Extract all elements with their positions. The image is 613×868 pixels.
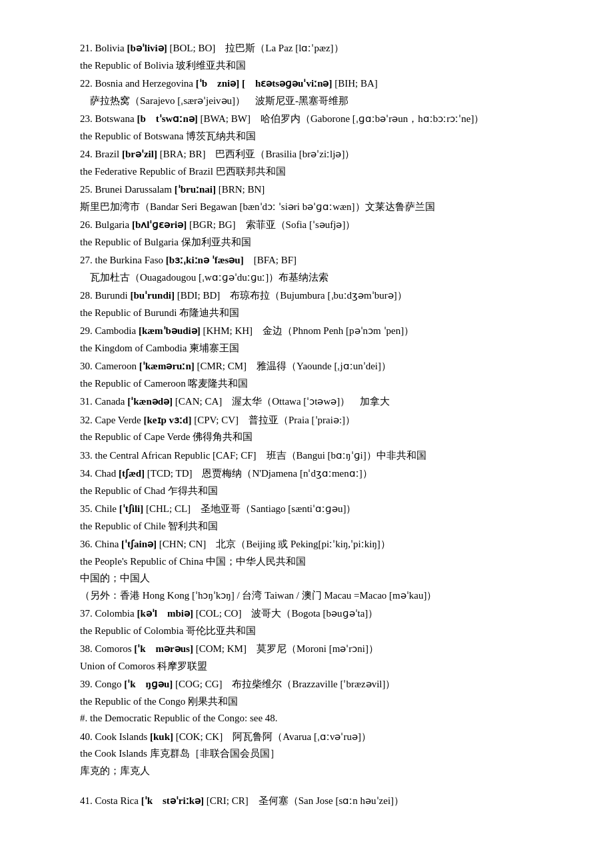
entry-line: #. the Democratic Republic of the Congo:… <box>80 710 560 727</box>
entry-39: 39. Congo [ˈk ŋɡəu] [COG; CG] 布拉柴维尔（Braz… <box>80 676 560 727</box>
entry-24: 24. Brazil [brəˈzil] [BRA; BR] 巴西利亚（Bras… <box>80 146 560 180</box>
entry-line: 35. Chile [ˈtʃili] [CHL; CL] 圣地亚哥（Santia… <box>80 501 560 518</box>
entry-21: 21. Bolivia [bəˈliviə] [BOL; BO] 拉巴斯（La … <box>80 40 560 74</box>
entry-40: 40. Cook Islands [kuk] [COK; CK] 阿瓦鲁阿（Av… <box>80 729 560 780</box>
entry-37: 37. Colombia [kəˈl mbiə] [COL; CO] 波哥大（B… <box>80 605 560 639</box>
entry-line: 30. Cameroon [ˈkæməruːn] [CMR; CM] 雅温得（Y… <box>80 358 560 375</box>
entry-line: 27. the Burkina Faso [bɜːˌkiːnə ˈfæsəu] … <box>80 252 560 269</box>
entry-line: （另外：香港 Hong Kong [ˈhɔŋˈkɔŋ] / 台湾 Taiwan … <box>80 587 560 605</box>
entry-line: 29. Cambodia [kæmˈbəudiə] [KHM; KH] 金边（P… <box>80 323 560 340</box>
entry-line: 33. the Central African Republic [CAF; C… <box>80 447 560 465</box>
entry-23: 23. Botswana [b tˈswɑːnə] [BWA; BW] 哈伯罗内… <box>80 111 560 145</box>
entry-line: 41. Costa Rica [ˈk stəˈriːkə] [CRI; CR] … <box>80 793 560 810</box>
entry-line: 萨拉热窝（Sarajevo [ˌsærəˈjeivəu]） 波斯尼亚-黑塞哥维那 <box>80 93 560 110</box>
entry-25: 25. Brunei Darussalam [ˈbruːnai] [BRN; B… <box>80 181 560 215</box>
entry-line: 25. Brunei Darussalam [ˈbruːnai] [BRN; B… <box>80 181 560 199</box>
entry-line: 40. Cook Islands [kuk] [COK; CK] 阿瓦鲁阿（Av… <box>80 729 560 746</box>
entry-line: the Republic of Cape Verde 佛得角共和国 <box>80 429 560 446</box>
entry-line: 34. Chad [tʃæd] [TCD; TD] 恩贾梅纳（N'Djamena… <box>80 465 560 483</box>
entry-line: 39. Congo [ˈk ŋɡəu] [COG; CG] 布拉柴维尔（Braz… <box>80 676 560 693</box>
entry-line: the Republic of Cameroon 喀麦隆共和国 <box>80 375 560 393</box>
entry-line: 21. Bolivia [bəˈliviə] [BOL; BO] 拉巴斯（La … <box>80 40 560 57</box>
entry-32: 32. Cape Verde [keɪp vɜːd] [CPV; CV] 普拉亚… <box>80 412 560 446</box>
entry-line: the Republic of Bulgaria 保加利亚共和国 <box>80 234 560 251</box>
entry-line: 26. Bulgaria [bʌlˈɡɛəriə] [BGR; BG] 索菲亚（… <box>80 217 560 234</box>
blank-line <box>80 781 560 793</box>
entry-line: 库克的；库克人 <box>80 763 560 780</box>
entry-35: 35. Chile [ˈtʃili] [CHL; CL] 圣地亚哥（Santia… <box>80 501 560 535</box>
entry-30: 30. Cameroon [ˈkæməruːn] [CMR; CM] 雅温得（Y… <box>80 358 560 392</box>
entry-41: 41. Costa Rica [ˈk stəˈriːkə] [CRI; CR] … <box>80 793 560 810</box>
entry-line: the Republic of Colombia 哥伦比亚共和国 <box>80 623 560 640</box>
entry-38: 38. Comoros [ˈk mərəus] [COM; KM] 莫罗尼（Mo… <box>80 641 560 675</box>
entry-line: the Republic of Botswana 博茨瓦纳共和国 <box>80 128 560 145</box>
main-content: 21. Bolivia [bəˈliviə] [BOL; BO] 拉巴斯（La … <box>80 40 560 810</box>
entry-31: 31. Canada [ˈkænədə] [CAN; CA] 渥太华（Ottaw… <box>80 393 560 411</box>
entry-26: 26. Bulgaria [bʌlˈɡɛəriə] [BGR; BG] 索菲亚（… <box>80 217 560 251</box>
entry-line: 28. Burundi [buˈrundi] [BDI; BD] 布琼布拉（Bu… <box>80 287 560 305</box>
entry-line: 23. Botswana [b tˈswɑːnə] [BWA; BW] 哈伯罗内… <box>80 111 560 128</box>
entry-27: 27. the Burkina Faso [bɜːˌkiːnə ˈfæsəu] … <box>80 252 560 286</box>
entry-line: the Kingdom of Cambodia 柬埔寨王国 <box>80 340 560 357</box>
entry-line: 32. Cape Verde [keɪp vɜːd] [CPV; CV] 普拉亚… <box>80 412 560 429</box>
entry-line: 31. Canada [ˈkænədə] [CAN; CA] 渥太华（Ottaw… <box>80 393 560 411</box>
entry-33: 33. the Central African Republic [CAF; C… <box>80 447 560 465</box>
entry-34: 34. Chad [tʃæd] [TCD; TD] 恩贾梅纳（N'Djamena… <box>80 465 560 499</box>
entry-line: Union of Comoros 科摩罗联盟 <box>80 658 560 675</box>
entry-line: 36. China [ˈtʃainə] [CHN; CN] 北京（Beijing… <box>80 536 560 553</box>
entry-22: 22. Bosnia and Herzegovina [ˈb zniə] [ h… <box>80 75 560 109</box>
entry-line: 24. Brazil [brəˈzil] [BRA; BR] 巴西利亚（Bras… <box>80 146 560 163</box>
entry-line: 中国的；中国人 <box>80 570 560 587</box>
entry-line: the Republic of Burundi 布隆迪共和国 <box>80 305 560 322</box>
entry-line: the Republic of the Congo 刚果共和国 <box>80 693 560 711</box>
entry-line: the Republic of Bolivia 玻利维亚共和国 <box>80 57 560 75</box>
entry-line: 38. Comoros [ˈk mərəus] [COM; KM] 莫罗尼（Mo… <box>80 641 560 658</box>
entry-line: the Republic of Chad 乍得共和国 <box>80 483 560 500</box>
entry-line: 37. Colombia [kəˈl mbiə] [COL; CO] 波哥大（B… <box>80 605 560 623</box>
entry-36: 36. China [ˈtʃainə] [CHN; CN] 北京（Beijing… <box>80 536 560 604</box>
entry-line: the People's Republic of China 中国；中华人民共和… <box>80 553 560 571</box>
entry-line: 22. Bosnia and Herzegovina [ˈb zniə] [ h… <box>80 75 560 93</box>
entry-line: 斯里巴加湾市（Bandar Seri Begawan [bænˈdɔː ˈsiə… <box>80 199 560 216</box>
entry-line: 瓦加杜古（Ouagadougou [ˌwɑːɡəˈduːɡuː]）布基纳法索 <box>80 269 560 287</box>
entry-line: the Cook Islands 库克群岛［非联合国会员国］ <box>80 745 560 763</box>
entry-line: the Republic of Chile 智利共和国 <box>80 518 560 535</box>
entry-line: the Federative Republic of Brazil 巴西联邦共和… <box>80 163 560 181</box>
entry-28: 28. Burundi [buˈrundi] [BDI; BD] 布琼布拉（Bu… <box>80 287 560 321</box>
entry-29: 29. Cambodia [kæmˈbəudiə] [KHM; KH] 金边（P… <box>80 323 560 357</box>
